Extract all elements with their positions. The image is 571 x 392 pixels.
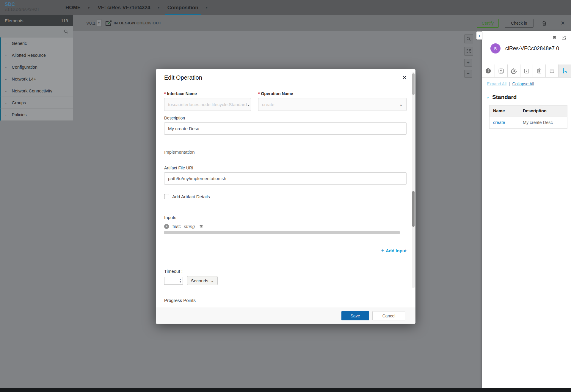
breadcrumb-home[interactable]: HOME	[63, 0, 83, 15]
elements-title: Elements	[5, 18, 23, 23]
sidebar-item-generic[interactable]: ⌄ Generic	[0, 37, 73, 49]
artifact-uri-input[interactable]: path/to/my/implementation.sh	[164, 172, 407, 185]
modal-vertical-scrollbar[interactable]	[412, 72, 415, 288]
close-workspace-icon[interactable]: ✕	[561, 20, 565, 26]
divider	[164, 208, 407, 208]
save-button[interactable]: Save	[341, 311, 369, 320]
tab-information-artifacts[interactable]	[520, 64, 533, 77]
elements-count: 119	[61, 18, 68, 23]
delete-input-trash-icon[interactable]	[199, 224, 203, 229]
sidebar-item-network-l4[interactable]: ⌄ Network L4+	[0, 73, 73, 85]
number-spinner-icons[interactable]: ▲▼	[178, 277, 183, 284]
modal-title: Edit Operation	[164, 74, 202, 81]
interface-name-label: *Interface Name	[164, 91, 251, 96]
artifact-uri-label: Artifact File URI	[164, 166, 407, 170]
lifecycle-status: IN DESIGN CHECK OUT	[114, 21, 161, 25]
top-header: SDC v.1.16.2-SNAPSHOT HOME ▸ VF: ciRes-V…	[0, 0, 571, 15]
operation-name-select[interactable]: create ⌄	[258, 98, 407, 111]
tab-properties[interactable]	[508, 64, 520, 77]
modal-close-icon[interactable]: ✕	[402, 75, 407, 81]
version-select[interactable]: V0.1 ▼	[86, 20, 101, 26]
tab-requirements-capabilities[interactable]	[546, 64, 559, 77]
add-artifact-details-checkbox[interactable]	[164, 194, 169, 199]
expand-all-link[interactable]: Expand All	[487, 81, 506, 86]
table-row: create My create Desc	[490, 117, 567, 129]
divider	[164, 143, 407, 143]
zoom-in-button[interactable]: +	[464, 59, 472, 67]
checkin-button[interactable]: Check in	[505, 19, 534, 28]
edit-component-icon[interactable]	[561, 35, 566, 40]
operations-table-header: Name Description	[490, 106, 567, 117]
info-icon	[485, 68, 491, 74]
chevron-down-icon: ⌄	[247, 102, 250, 107]
chevron-down-icon: ⌄	[5, 66, 7, 69]
breadcrumb-separator-icon: ▸	[158, 6, 160, 10]
elements-sidebar: Elements 119 ⌄ Generic ⌄ Allotted Resour…	[0, 15, 73, 121]
chevron-down-icon: ⌄	[5, 78, 7, 81]
component-detail-panel: R ciRes-VFCc02848e7 0	[482, 31, 571, 388]
input-name: first:	[172, 224, 181, 229]
breadcrumb-composition[interactable]: Composition	[165, 0, 201, 15]
cancel-button[interactable]: Cancel	[372, 311, 405, 320]
canvas-search-button[interactable]	[464, 34, 473, 43]
timeout-number-input[interactable]: ▲▼	[164, 277, 183, 285]
add-input-button[interactable]: +Add Input	[381, 248, 407, 254]
operation-create-link[interactable]: create	[493, 120, 505, 125]
certify-button[interactable]: Certify	[477, 19, 499, 28]
elements-header: Elements 119	[0, 15, 73, 26]
progress-points-title: Progress Points	[164, 298, 407, 303]
sidebar-item-configuration[interactable]: ⌄ Configuration	[0, 61, 73, 73]
delete-component-trash-icon[interactable]	[552, 35, 557, 40]
breadcrumb-separator-icon: ▸	[88, 6, 90, 10]
toolbar-divider	[101, 19, 101, 27]
app-logo[interactable]: SDC v.1.16.2-SNAPSHOT	[5, 2, 39, 12]
collapse-all-link[interactable]: Collapse All	[512, 81, 534, 86]
modal-body: *Interface Name tosca.interfaces.node.li…	[156, 86, 415, 308]
description-label: Description	[164, 116, 407, 120]
elements-search-input[interactable]	[0, 26, 73, 37]
timeout-unit-select[interactable]: Seconds ⌄	[187, 276, 218, 285]
expand-input-icon[interactable]: +	[164, 224, 169, 229]
delete-trash-icon[interactable]	[541, 20, 547, 26]
composition-icon	[498, 68, 504, 74]
edit-operation-modal: Edit Operation ✕ *Interface Name tosca.i…	[156, 69, 415, 324]
chevron-down-icon: ⌄	[5, 42, 7, 45]
component-avatar: R	[490, 43, 501, 53]
operation-description: My create Desc	[519, 117, 567, 129]
sidebar-item-groups[interactable]: ⌄ Groups	[0, 97, 73, 109]
sidebar-item-network-connectivity[interactable]: ⌄ Network Connectivity	[0, 85, 73, 97]
inputs-horizontal-scrollbar[interactable]	[164, 231, 400, 234]
version-dropdown-icon[interactable]: ▼	[97, 20, 101, 26]
tab-general-info[interactable]	[482, 64, 495, 77]
input-item-row: + first: string	[164, 224, 407, 229]
interface-group-title: Standard	[492, 94, 517, 100]
chevron-down-icon: ⌄	[5, 54, 7, 57]
canvas-fullscreen-button[interactable]	[464, 47, 473, 56]
tab-deployment-artifacts[interactable]	[533, 64, 546, 77]
panel-expander-button[interactable]: ›	[476, 32, 482, 40]
inputs-title: Inputs	[164, 215, 407, 220]
plus-icon: +	[381, 248, 385, 254]
scrollbar-thumb[interactable]	[412, 191, 415, 227]
add-artifact-details-label: Add Artifact Details	[172, 194, 210, 199]
component-name: ciRes-VFCc02848e7 0	[505, 45, 559, 52]
sidebar-item-allotted-resource[interactable]: ⌄ Allotted Resource	[0, 49, 73, 61]
breadcrumb-vf[interactable]: VF: ciRes-VF71ef4324	[95, 0, 153, 15]
description-input[interactable]: My create Desc	[164, 122, 407, 135]
interface-group-standard[interactable]: ⌄ Standard	[486, 94, 571, 100]
operations-table: Name Description create My create Desc	[489, 105, 567, 129]
chevron-down-icon: ⌄	[486, 95, 489, 99]
breadcrumb: HOME ▸ VF: ciRes-VF71ef4324 ▸ Compositio…	[63, 0, 213, 15]
fullscreen-icon	[466, 49, 471, 53]
tab-operations[interactable]	[559, 64, 571, 77]
clipboard-icon	[537, 68, 542, 74]
sidebar-item-policies[interactable]: ⌄ Policies	[0, 109, 73, 121]
scrollbar-thumb[interactable]	[412, 73, 415, 95]
tab-composition[interactable]	[495, 64, 508, 77]
chevron-down-icon: ⌄	[5, 101, 7, 104]
canvas-zoom-controls: + −	[464, 34, 473, 81]
interface-name-select[interactable]: tosca.interfaces.node.lifecycle.Standard…	[164, 98, 251, 111]
zoom-out-button[interactable]: −	[464, 70, 472, 78]
workspace-toolbar: V0.1 ▼ IN DESIGN CHECK OUT Certify Check…	[73, 15, 571, 31]
input-type: string	[184, 224, 195, 229]
